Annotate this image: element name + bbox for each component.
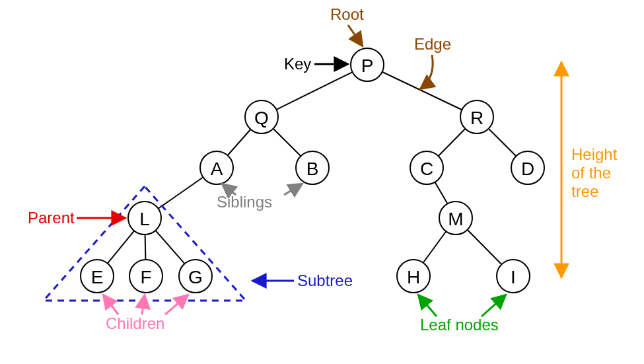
label-children: Children (106, 314, 164, 332)
node-R: R (460, 100, 493, 133)
label-key: Key (284, 55, 311, 73)
node-I: I (497, 260, 530, 293)
edge-R-C (439, 129, 466, 156)
node-label-M: M (448, 209, 463, 229)
node-label-D: D (521, 159, 534, 179)
edge-L-E (108, 231, 134, 263)
node-label-B: B (306, 159, 319, 179)
node-label-F: F (140, 267, 151, 287)
label-height-2: of the (571, 164, 611, 182)
edge-M-H (423, 231, 447, 263)
arrow-leaf-i (482, 295, 506, 316)
node-label-Q: Q (254, 108, 269, 128)
arrow-root (348, 25, 363, 46)
node-label-I: I (511, 267, 516, 287)
node-A: A (200, 151, 233, 184)
node-label-C: C (420, 159, 433, 179)
node-label-G: G (188, 267, 203, 287)
node-label-A: A (211, 159, 223, 179)
node-G: G (179, 260, 212, 293)
edge-P-Q (276, 72, 352, 110)
node-C: C (410, 151, 443, 184)
edge-P-R (382, 72, 462, 110)
label-subtree: Subtree (297, 272, 353, 289)
edge-C-M (435, 182, 448, 204)
node-D: D (511, 151, 544, 184)
edge-L-G (155, 231, 184, 264)
arrow-sibling-b (284, 184, 303, 195)
label-height-1: Height (571, 145, 618, 163)
node-L: L (128, 201, 161, 235)
node-E: E (81, 260, 114, 293)
edge-L-F (145, 235, 146, 260)
node-P: P (351, 48, 384, 81)
node-H: H (397, 260, 430, 293)
arrow-child-e (103, 295, 118, 314)
arrow-child-f (142, 295, 145, 314)
edge-R-D (489, 129, 517, 157)
label-root: Root (330, 5, 364, 23)
edge-M-I (468, 230, 502, 264)
node-label-P: P (361, 55, 374, 76)
arrow-edge (420, 55, 433, 89)
node-Q: Q (245, 100, 278, 133)
node-F: F (129, 260, 162, 293)
tree-nodes: PQRABCDLMEFGHI (81, 48, 544, 293)
label-parent: Parent (28, 209, 75, 227)
label-siblings: Siblings (217, 193, 272, 211)
node-label-H: H (407, 267, 420, 287)
edge-Q-A (228, 129, 251, 156)
edge-A-L (159, 177, 203, 208)
edge-Q-B (273, 129, 301, 157)
arrow-leaf-h (418, 295, 437, 316)
label-leaves: Leaf nodes (420, 316, 499, 334)
label-edge: Edge (414, 35, 451, 53)
label-height-3: tree (571, 182, 598, 200)
node-M: M (439, 201, 472, 235)
node-label-E: E (91, 267, 104, 287)
node-label-L: L (139, 209, 150, 229)
node-label-R: R (470, 108, 483, 128)
node-B: B (296, 151, 329, 184)
arrow-child-g (165, 295, 188, 314)
